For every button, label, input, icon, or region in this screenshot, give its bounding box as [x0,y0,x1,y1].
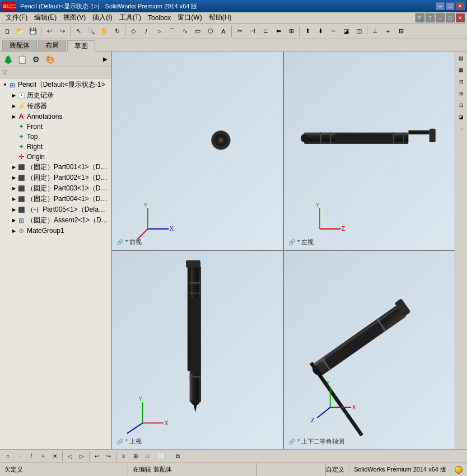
tb-spline[interactable]: ∿ [179,25,191,38]
view-iso[interactable]: X Y Z 🔗 * 上下二等角轴测 [284,251,455,449]
mategroup-icon: ⊕ [17,226,26,235]
rt-view1[interactable]: ▤ [456,53,467,64]
menu-toolbox[interactable]: Toolbox [144,13,174,22]
tree-item-front[interactable]: ✦ Front [0,122,111,132]
tb-fillet[interactable]: ⌔ [327,25,339,38]
tree-item-part005[interactable]: ▶ ⬛ （-）Part005<1>（Default） [0,204,111,215]
tree-item-part001[interactable]: ▶ ⬛ （固定）Part001<1>（Defaul [0,162,111,172]
tb-cursor[interactable]: ↖ [72,25,85,38]
tb-circle[interactable]: ○ [153,25,165,38]
rt-view2[interactable]: ▦ [456,64,467,76]
rt-disp[interactable]: ◪ [456,111,467,123]
tb-smart-dimension[interactable]: ◇ [127,25,139,38]
tb-new[interactable]: 🗋 [1,25,13,38]
tree-item-assem2[interactable]: ▶ ⊞ （固定）Assem2<1>（Default [0,215,111,226]
view-left[interactable]: Z Y 🔗 * 左视 [284,52,455,250]
viewport-area[interactable]: X Y 🔗 * 前视 [112,52,455,449]
svg-text:Y: Y [326,380,330,386]
menu-tools[interactable]: 工具(T) [116,12,144,23]
tree-item-history[interactable]: ▶ 🕐 历史记录 [0,90,111,101]
tb-component[interactable]: + [382,25,394,38]
maximize-button[interactable]: □ [446,2,455,10]
tb-line[interactable]: / [140,25,152,38]
tab-sketch[interactable]: 草图 [67,40,95,52]
tb-arc[interactable]: ⌒ [166,25,178,38]
tb-boss[interactable]: ⬆ [301,25,314,38]
tb-shell[interactable]: ◫ [353,25,365,38]
search-icon[interactable]: 🔍 [415,13,424,22]
tb-sep1 [41,26,41,37]
tree-item-root[interactable]: ▼ ⊞ Pencil（Default<显示状态-1> [0,80,111,90]
tree-item-sensor[interactable]: ▶ ⚡ 传感器 [0,101,111,111]
bt-grid[interactable]: ≡ [118,451,129,462]
tb-extend[interactable]: ⊣ [246,25,259,38]
tb-mate[interactable]: ⊥ [369,25,381,38]
menu-view[interactable]: 视图(V) [60,12,89,23]
menu-window[interactable]: 窗口(W) [174,12,205,23]
bt-view-sq[interactable]: □ [142,451,153,462]
panel-btn-featuretree[interactable]: 🌲 [1,53,15,66]
bt-plus[interactable]: + [38,451,49,462]
menu-insert[interactable]: 插入(I) [89,12,115,23]
tb-undo[interactable]: ↩ [43,25,55,38]
svg-rect-19 [393,132,394,143]
tb-explode[interactable]: ⊞ [395,25,407,38]
menu-extra3[interactable]: □ [446,13,455,22]
tb-save[interactable]: 💾 [27,25,39,38]
tb-pan[interactable]: ✋ [98,25,110,38]
panel-btn-configs[interactable]: ⚙ [29,53,43,66]
tree-item-part004[interactable]: ▶ ⬛ （固定）Part004<1>（Defaul [0,194,111,204]
tb-rectangle[interactable]: ▭ [192,25,204,38]
tb-polygon[interactable]: ⬡ [204,25,217,38]
tb-cut[interactable]: ⬇ [314,25,326,38]
bt-dot[interactable]: · [14,451,25,462]
view-front[interactable]: X Y 🔗 * 前视 [112,52,283,250]
rt-arrow[interactable]: → [456,123,467,134]
bt-redo2[interactable]: ↪ [103,451,114,462]
tree-item-mategroup[interactable]: ▶ ⊕ MateGroup1 [0,226,111,236]
bt-next[interactable]: ▷ [76,451,87,462]
tree-item-part002[interactable]: ▶ ⬛ （固定）Part002<1>（Defaul [0,172,111,183]
tb-zoom[interactable]: 🔍 [85,25,97,38]
menu-edit[interactable]: 编辑(E) [31,12,60,23]
menu-extra1[interactable]: ? [426,13,435,22]
tree-item-right[interactable]: ✦ Right [0,142,111,152]
rt-view3[interactable]: ⊟ [456,76,467,87]
minimize-button[interactable]: ─ [436,2,445,10]
tb-text[interactable]: A [217,25,230,38]
bt-x[interactable]: ✕ [49,451,60,462]
bt-view-wide[interactable]: ⧉ [170,451,185,462]
tb-mirror[interactable]: ⬅ [272,25,284,38]
rt-sect[interactable]: ⊡ [456,100,467,111]
tb-trim[interactable]: ✂ [233,25,246,38]
panel-btn-appearances[interactable]: 🎨 [43,53,57,66]
bt-snap[interactable]: ⊞ [130,451,141,462]
panel-btn-properties[interactable]: 📋 [15,53,29,66]
menu-extra2[interactable]: ─ [436,13,445,22]
tree-item-part003[interactable]: ▶ ⬛ （固定）Part003<1>（Defaul [0,183,111,194]
menu-file[interactable]: 文件(F) [2,12,31,23]
rt-view4[interactable]: ⊞ [456,88,467,99]
tree-item-origin[interactable]: ✛ Origin [0,152,111,162]
tb-chamfer[interactable]: ◪ [340,25,352,38]
menu-close-icon[interactable]: ✕ [456,13,465,22]
bt-prev[interactable]: ◁ [64,451,76,462]
close-button[interactable]: ✕ [456,2,465,10]
tb-pattern[interactable]: ⊞ [285,25,297,38]
bt-view-rect[interactable]: ⬜ [153,451,169,462]
bt-undo2[interactable]: ↩ [91,451,102,462]
tb-open[interactable]: 📂 [14,25,26,38]
view-top[interactable]: X Y 🔗 * 上视 [112,251,283,449]
tab-assembly[interactable]: 装配体 [2,40,37,51]
bt-slash[interactable]: / [26,451,37,462]
tb-offset[interactable]: ⊏ [259,25,272,38]
menu-help[interactable]: 帮助(H) [206,12,235,23]
tab-layout[interactable]: 布局 [38,40,66,51]
bt-circle[interactable]: ○ [2,451,13,462]
tb-rotate[interactable]: ↻ [111,25,123,38]
tree-item-top[interactable]: ✦ Top [0,132,111,142]
right-toolbar: ▤ ▦ ⊟ ⊞ ⊡ ◪ → [455,52,467,449]
panel-expand-arrow[interactable]: ▶ [101,55,110,64]
tb-redo[interactable]: ↪ [56,25,68,38]
tree-item-annotations[interactable]: ▶ A Annotations [0,111,111,122]
